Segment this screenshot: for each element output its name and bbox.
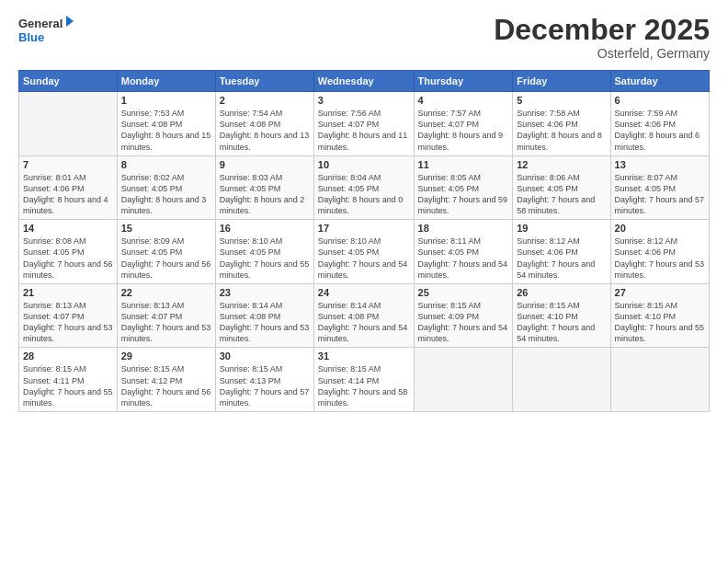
day-info: Sunrise: 7:53 AMSunset: 4:08 PMDaylight:… — [121, 108, 211, 153]
day-number: 18 — [418, 223, 509, 234]
week-row-2: 7 Sunrise: 8:01 AMSunset: 4:06 PMDayligh… — [19, 155, 710, 220]
cell-w1-d5: 5 Sunrise: 7:58 AMSunset: 4:06 PMDayligh… — [513, 92, 610, 156]
day-info: Sunrise: 8:15 AMSunset: 4:13 PMDaylight:… — [220, 363, 310, 408]
cell-w5-d1: 29 Sunrise: 8:15 AMSunset: 4:12 PMDaylig… — [117, 348, 215, 412]
month-title: December 2025 — [494, 14, 710, 46]
day-number: 24 — [318, 287, 410, 298]
day-info: Sunrise: 8:15 AMSunset: 4:12 PMDaylight:… — [121, 363, 211, 408]
day-info: Sunrise: 8:10 AMSunset: 4:05 PMDaylight:… — [318, 236, 410, 281]
day-number: 28 — [23, 350, 113, 362]
col-tuesday: Tuesday — [215, 71, 313, 92]
title-area: December 2025 Osterfeld, Germany — [494, 14, 710, 61]
col-sunday: Sunday — [19, 71, 118, 92]
location-subtitle: Osterfeld, Germany — [494, 46, 710, 61]
cell-w2-d5: 12 Sunrise: 8:06 AMSunset: 4:05 PMDaylig… — [513, 155, 610, 220]
calendar-header-row: Sunday Monday Tuesday Wednesday Thursday… — [19, 71, 710, 92]
day-number: 21 — [23, 287, 113, 298]
day-info: Sunrise: 7:54 AMSunset: 4:08 PMDaylight:… — [220, 108, 310, 153]
day-number: 23 — [220, 287, 310, 298]
cell-w4-d4: 25 Sunrise: 8:15 AMSunset: 4:09 PMDaylig… — [414, 283, 513, 348]
day-info: Sunrise: 8:08 AMSunset: 4:05 PMDaylight:… — [23, 236, 113, 281]
day-number: 10 — [318, 159, 410, 170]
cell-w2-d1: 8 Sunrise: 8:02 AMSunset: 4:05 PMDayligh… — [117, 155, 215, 220]
day-number: 26 — [517, 287, 606, 298]
day-info: Sunrise: 8:02 AMSunset: 4:05 PMDaylight:… — [121, 172, 211, 217]
day-info: Sunrise: 8:10 AMSunset: 4:05 PMDaylight:… — [220, 236, 310, 281]
logo: General Blue — [18, 14, 74, 47]
day-info: Sunrise: 8:04 AMSunset: 4:05 PMDaylight:… — [318, 172, 410, 217]
cell-w1-d2: 2 Sunrise: 7:54 AMSunset: 4:08 PMDayligh… — [215, 92, 313, 156]
day-number: 17 — [318, 223, 410, 234]
day-number: 19 — [517, 223, 606, 234]
cell-w5-d2: 30 Sunrise: 8:15 AMSunset: 4:13 PMDaylig… — [215, 348, 313, 412]
day-info: Sunrise: 8:14 AMSunset: 4:08 PMDaylight:… — [318, 300, 410, 345]
day-info: Sunrise: 8:09 AMSunset: 4:05 PMDaylight:… — [121, 236, 211, 281]
day-info: Sunrise: 8:13 AMSunset: 4:07 PMDaylight:… — [121, 300, 211, 345]
day-number: 15 — [121, 223, 211, 234]
day-info: Sunrise: 8:01 AMSunset: 4:06 PMDaylight:… — [23, 172, 113, 217]
cell-w3-d4: 18 Sunrise: 8:11 AMSunset: 4:05 PMDaylig… — [414, 220, 513, 284]
cell-w3-d0: 14 Sunrise: 8:08 AMSunset: 4:05 PMDaylig… — [19, 220, 118, 284]
day-info: Sunrise: 8:13 AMSunset: 4:07 PMDaylight:… — [23, 300, 113, 345]
day-info: Sunrise: 8:07 AMSunset: 4:05 PMDaylight:… — [615, 172, 705, 217]
day-info: Sunrise: 8:11 AMSunset: 4:05 PMDaylight:… — [418, 236, 509, 281]
cell-w4-d6: 27 Sunrise: 8:15 AMSunset: 4:10 PMDaylig… — [610, 283, 709, 348]
day-number: 20 — [615, 223, 705, 234]
cell-w4-d0: 21 Sunrise: 8:13 AMSunset: 4:07 PMDaylig… — [19, 283, 118, 348]
day-number: 16 — [220, 223, 310, 234]
header: General Blue December 2025 Osterfeld, Ge… — [18, 14, 710, 61]
svg-text:General: General — [18, 17, 63, 30]
calendar-table: Sunday Monday Tuesday Wednesday Thursday… — [18, 70, 710, 412]
cell-w3-d3: 17 Sunrise: 8:10 AMSunset: 4:05 PMDaylig… — [313, 220, 414, 284]
col-wednesday: Wednesday — [313, 71, 414, 92]
day-info: Sunrise: 8:05 AMSunset: 4:05 PMDaylight:… — [418, 172, 509, 217]
day-info: Sunrise: 8:15 AMSunset: 4:09 PMDaylight:… — [418, 300, 509, 345]
day-number: 27 — [615, 287, 705, 298]
cell-w5-d4 — [414, 348, 513, 412]
day-number: 8 — [121, 159, 211, 170]
day-number: 11 — [418, 159, 509, 170]
cell-w2-d6: 13 Sunrise: 8:07 AMSunset: 4:05 PMDaylig… — [610, 155, 709, 220]
cell-w4-d3: 24 Sunrise: 8:14 AMSunset: 4:08 PMDaylig… — [313, 283, 414, 348]
cell-w2-d4: 11 Sunrise: 8:05 AMSunset: 4:05 PMDaylig… — [414, 155, 513, 220]
day-number: 3 — [318, 95, 410, 106]
day-number: 1 — [121, 95, 211, 106]
col-friday: Friday — [513, 71, 610, 92]
day-number: 22 — [121, 287, 211, 298]
week-row-1: 1 Sunrise: 7:53 AMSunset: 4:08 PMDayligh… — [19, 92, 710, 156]
day-info: Sunrise: 8:15 AMSunset: 4:14 PMDaylight:… — [318, 363, 410, 408]
day-number: 12 — [517, 159, 606, 170]
col-monday: Monday — [117, 71, 215, 92]
svg-text:Blue: Blue — [18, 30, 44, 44]
cell-w3-d1: 15 Sunrise: 8:09 AMSunset: 4:05 PMDaylig… — [117, 220, 215, 284]
cell-w4-d1: 22 Sunrise: 8:13 AMSunset: 4:07 PMDaylig… — [117, 283, 215, 348]
cell-w1-d6: 6 Sunrise: 7:59 AMSunset: 4:06 PMDayligh… — [610, 92, 709, 156]
day-number: 9 — [220, 159, 310, 170]
svg-marker-2 — [66, 16, 74, 27]
day-number: 29 — [121, 350, 211, 362]
week-row-3: 14 Sunrise: 8:08 AMSunset: 4:05 PMDaylig… — [19, 220, 710, 284]
day-number: 30 — [220, 350, 310, 362]
cell-w5-d5 — [513, 348, 610, 412]
cell-w3-d6: 20 Sunrise: 8:12 AMSunset: 4:06 PMDaylig… — [610, 220, 709, 284]
day-info: Sunrise: 7:56 AMSunset: 4:07 PMDaylight:… — [318, 108, 410, 153]
day-info: Sunrise: 8:12 AMSunset: 4:06 PMDaylight:… — [615, 236, 705, 281]
day-number: 5 — [517, 95, 606, 106]
day-number: 25 — [418, 287, 509, 298]
day-info: Sunrise: 7:58 AMSunset: 4:06 PMDaylight:… — [517, 108, 606, 153]
cell-w2-d3: 10 Sunrise: 8:04 AMSunset: 4:05 PMDaylig… — [313, 155, 414, 220]
cell-w3-d2: 16 Sunrise: 8:10 AMSunset: 4:05 PMDaylig… — [215, 220, 313, 284]
day-info: Sunrise: 8:14 AMSunset: 4:08 PMDaylight:… — [220, 300, 310, 345]
cell-w4-d2: 23 Sunrise: 8:14 AMSunset: 4:08 PMDaylig… — [215, 283, 313, 348]
calendar-page: General Blue December 2025 Osterfeld, Ge… — [0, 0, 728, 563]
week-row-4: 21 Sunrise: 8:13 AMSunset: 4:07 PMDaylig… — [19, 283, 710, 348]
day-number: 13 — [615, 159, 705, 170]
cell-w1-d0 — [19, 92, 118, 156]
cell-w5-d3: 31 Sunrise: 8:15 AMSunset: 4:14 PMDaylig… — [313, 348, 414, 412]
day-info: Sunrise: 7:59 AMSunset: 4:06 PMDaylight:… — [615, 108, 705, 153]
week-row-5: 28 Sunrise: 8:15 AMSunset: 4:11 PMDaylig… — [19, 348, 710, 412]
cell-w5-d6 — [610, 348, 709, 412]
cell-w3-d5: 19 Sunrise: 8:12 AMSunset: 4:06 PMDaylig… — [513, 220, 610, 284]
day-info: Sunrise: 7:57 AMSunset: 4:07 PMDaylight:… — [418, 108, 509, 153]
cell-w2-d0: 7 Sunrise: 8:01 AMSunset: 4:06 PMDayligh… — [19, 155, 118, 220]
